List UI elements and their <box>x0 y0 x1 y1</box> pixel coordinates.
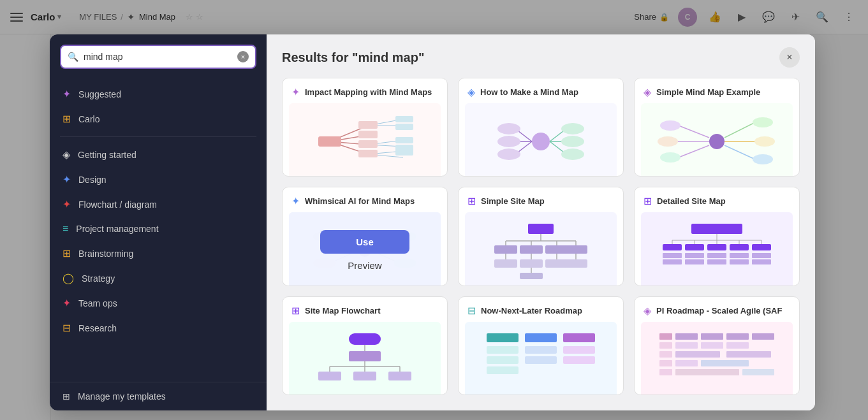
svg-rect-65 <box>564 245 587 254</box>
menu-divider-1 <box>60 136 256 137</box>
svg-rect-117 <box>525 356 557 364</box>
svg-rect-116 <box>525 346 557 354</box>
svg-rect-17 <box>395 137 413 143</box>
svg-rect-121 <box>675 333 698 340</box>
svg-line-37 <box>725 122 755 138</box>
svg-rect-119 <box>563 356 595 364</box>
svg-rect-14 <box>358 150 378 157</box>
getting-started-icon: ◈ <box>63 148 70 161</box>
svg-rect-88 <box>752 244 771 250</box>
svg-point-43 <box>753 117 773 127</box>
category-team-ops[interactable]: ✦ Team ops <box>50 291 267 315</box>
category-strategy[interactable]: ◯ Strategy <box>50 266 267 291</box>
pi-roadmap-icon: ◈ <box>644 305 651 317</box>
svg-rect-129 <box>659 351 672 358</box>
svg-rect-120 <box>659 333 672 340</box>
card-detailed-site-map[interactable]: ⊞ Detailed Site Map <box>634 187 800 286</box>
svg-rect-62 <box>494 245 517 254</box>
svg-rect-115 <box>487 366 519 374</box>
template-search-modal: 🔍 × ✦ Suggested ⊞ Carlo ◈ Getting starte… <box>50 34 815 410</box>
svg-rect-12 <box>358 131 378 138</box>
preview-template-button[interactable]: Preview <box>348 260 381 271</box>
card-how-to-mind-map[interactable]: ◈ How to Make a Mind Map <box>458 78 624 177</box>
roadmap-icon: ⊟ <box>467 305 476 317</box>
template-categories-panel: 🔍 × ✦ Suggested ⊞ Carlo ◈ Getting starte… <box>50 34 267 410</box>
strategy-icon: ◯ <box>63 272 74 284</box>
svg-point-33 <box>709 134 725 149</box>
svg-rect-124 <box>752 333 774 340</box>
svg-rect-136 <box>675 369 739 375</box>
site-map-flowchart-icon: ⊞ <box>291 305 300 317</box>
whimsical-card-actions: Use Preview <box>289 212 441 286</box>
svg-line-39 <box>725 145 755 159</box>
svg-rect-89 <box>663 253 682 258</box>
impact-mapping-title: Impact Mapping with Mind Maps <box>305 87 432 97</box>
svg-rect-91 <box>685 253 704 258</box>
svg-point-40 <box>660 120 680 131</box>
category-project-management[interactable]: ≡ Project management <box>50 217 267 241</box>
svg-rect-135 <box>659 369 672 375</box>
clear-search-button[interactable]: × <box>237 51 249 62</box>
category-flowchart[interactable]: ✦ Flowchart / diagram <box>50 192 267 217</box>
svg-point-27 <box>497 123 520 134</box>
pi-roadmap-title: PI Roadmap - Scaled Agile (SAF <box>656 306 782 315</box>
impact-mapping-icon: ✦ <box>291 86 300 98</box>
svg-rect-87 <box>730 244 749 250</box>
roadmap-title: Now-Next-Later Roadmap <box>481 306 582 315</box>
svg-rect-85 <box>685 244 704 250</box>
svg-rect-131 <box>726 351 771 358</box>
svg-rect-125 <box>659 342 672 349</box>
search-input[interactable] <box>84 52 232 62</box>
card-whimsical-ai[interactable]: ✦ Whimsical AI for Mind Maps <box>282 187 448 286</box>
svg-rect-73 <box>564 259 587 268</box>
category-brainstorming[interactable]: ⊞ Brainstorming <box>50 241 267 266</box>
card-now-next-later[interactable]: ⊟ Now-Next-Later Roadmap <box>458 296 624 395</box>
svg-rect-137 <box>742 369 774 375</box>
simple-mind-map-title: Simple Mind Map Example <box>656 87 760 97</box>
svg-rect-133 <box>675 360 698 366</box>
svg-rect-15 <box>395 116 413 122</box>
close-button[interactable]: × <box>779 47 800 68</box>
card-simple-mind-map[interactable]: ◈ Simple Mind Map Example <box>634 78 800 177</box>
svg-rect-126 <box>675 342 698 349</box>
site-map-flowchart-preview <box>289 322 441 395</box>
card-pi-roadmap[interactable]: ◈ PI Roadmap - Scaled Agile (SAF <box>634 296 800 395</box>
site-map-flowchart-title: Site Map Flowchart <box>305 306 380 315</box>
svg-rect-95 <box>730 253 749 258</box>
svg-rect-111 <box>525 333 557 342</box>
card-impact-mapping[interactable]: ✦ Impact Mapping with Mind Maps <box>282 78 448 177</box>
category-suggested[interactable]: ✦ Suggested <box>50 82 267 106</box>
search-bar: 🔍 × <box>60 45 256 69</box>
svg-rect-86 <box>707 244 726 250</box>
project-mgmt-icon: ≡ <box>63 223 68 235</box>
category-design[interactable]: ✦ Design <box>50 167 267 192</box>
simple-mind-map-preview <box>641 103 793 177</box>
detailed-site-map-title: Detailed Site Map <box>657 196 726 206</box>
brainstorming-icon: ⊞ <box>63 247 71 259</box>
results-grid: ✦ Impact Mapping with Mind Maps <box>267 78 815 410</box>
whimsical-ai-preview: Use Preview <box>289 212 441 286</box>
svg-rect-123 <box>726 333 749 340</box>
simple-mind-map-icon: ◈ <box>644 86 651 98</box>
detailed-site-map-icon: ⊞ <box>644 195 652 207</box>
svg-rect-108 <box>353 372 376 380</box>
svg-point-42 <box>660 152 680 163</box>
category-carlo[interactable]: ⊞ Carlo <box>50 106 267 131</box>
card-site-map-flowchart[interactable]: ⊞ Site Map Flowchart <box>282 296 448 395</box>
manage-templates-button[interactable]: ⊞ Manage my templates <box>50 382 267 410</box>
use-template-button[interactable]: Use <box>320 230 409 254</box>
category-getting-started[interactable]: ◈ Getting started <box>50 142 267 167</box>
category-research[interactable]: ⊟ Research <box>50 315 267 340</box>
whimsical-ai-title: Whimsical AI for Mind Maps <box>305 196 415 206</box>
svg-rect-13 <box>358 140 378 148</box>
svg-rect-63 <box>520 245 543 254</box>
carlo-icon: ⊞ <box>63 113 71 125</box>
svg-rect-92 <box>685 259 704 264</box>
svg-rect-71 <box>520 259 543 268</box>
card-simple-site-map[interactable]: ⊞ Simple Site Map <box>458 187 624 286</box>
svg-rect-84 <box>663 244 682 250</box>
team-ops-icon: ✦ <box>63 297 71 309</box>
svg-rect-110 <box>487 333 519 342</box>
search-results-panel: Results for "mind map" × ✦ Impact Mappin… <box>267 34 815 410</box>
manage-templates-icon: ⊞ <box>63 391 70 402</box>
